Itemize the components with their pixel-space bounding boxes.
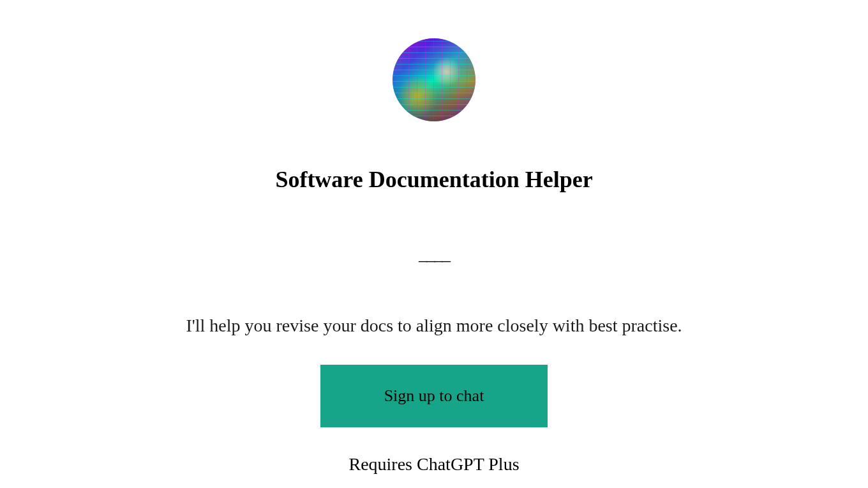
description-text: I'll help you revise your docs to align …: [186, 316, 682, 336]
page-title: Software Documentation Helper: [275, 166, 592, 193]
avatar-image: [393, 38, 475, 121]
requires-text: Requires ChatGPT Plus: [348, 454, 519, 475]
signup-button[interactable]: Sign up to chat: [320, 365, 548, 427]
divider-line: ____: [419, 244, 449, 264]
